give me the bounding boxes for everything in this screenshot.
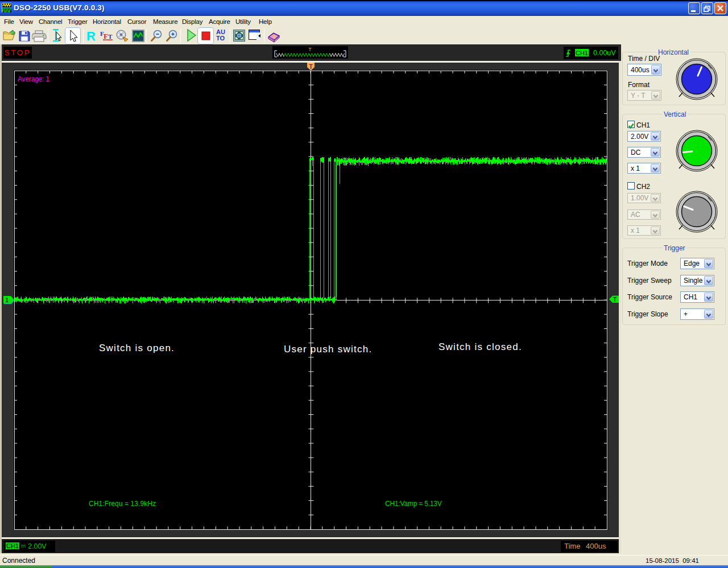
svg-text:T: T: [613, 296, 617, 303]
svg-text:CH1:Frequ = 13.9kHz: CH1:Frequ = 13.9kHz: [89, 500, 156, 508]
svg-text:0.00uV: 0.00uV: [593, 49, 616, 57]
svg-text:CH1:Vamp = 5.13V: CH1:Vamp = 5.13V: [385, 500, 442, 508]
svg-text:Switch is open.: Switch is open.: [99, 343, 175, 353]
svg-text:Switch is closed.: Switch is closed.: [439, 341, 522, 352]
svg-text:2.00V: 2.00V: [28, 542, 47, 550]
svg-text:T: T: [309, 63, 313, 70]
svg-text:T: T: [308, 47, 312, 52]
svg-text:F: F: [104, 32, 108, 40]
svg-text:CH1: CH1: [576, 50, 588, 56]
svg-text:Average: 1: Average: 1: [18, 75, 49, 83]
svg-text:T: T: [108, 33, 113, 40]
svg-text:1: 1: [5, 297, 9, 303]
svg-text:CH1: CH1: [6, 542, 19, 549]
svg-text:User push switch.: User push switch.: [284, 344, 372, 355]
